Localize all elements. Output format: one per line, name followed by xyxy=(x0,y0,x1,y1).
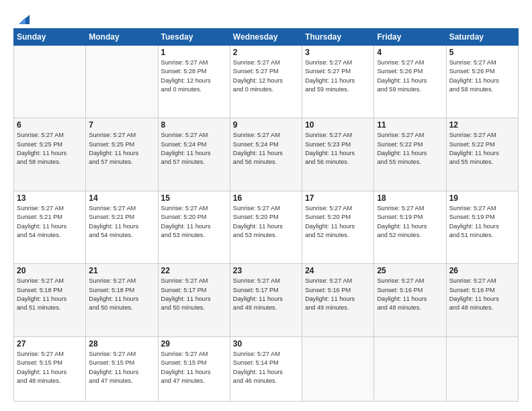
day-cell: 30Sunrise: 5:27 AM Sunset: 5:14 PM Dayli… xyxy=(230,336,302,401)
day-cell: 3Sunrise: 5:27 AM Sunset: 5:27 PM Daylig… xyxy=(302,46,374,118)
day-info: Sunrise: 5:27 AM Sunset: 5:17 PM Dayligh… xyxy=(161,277,227,312)
day-info: Sunrise: 5:27 AM Sunset: 5:24 PM Dayligh… xyxy=(161,131,227,167)
day-cell: 4Sunrise: 5:27 AM Sunset: 5:26 PM Daylig… xyxy=(374,46,446,118)
day-number: 25 xyxy=(377,266,443,275)
day-info: Sunrise: 5:27 AM Sunset: 5:20 PM Dayligh… xyxy=(161,204,227,240)
day-info: Sunrise: 5:27 AM Sunset: 5:17 PM Dayligh… xyxy=(233,277,299,312)
day-cell: 22Sunrise: 5:27 AM Sunset: 5:17 PM Dayli… xyxy=(158,264,230,336)
day-cell: 17Sunrise: 5:27 AM Sunset: 5:20 PM Dayli… xyxy=(302,191,374,263)
day-cell: 19Sunrise: 5:27 AM Sunset: 5:19 PM Dayli… xyxy=(446,191,518,263)
day-number: 12 xyxy=(449,120,515,130)
day-info: Sunrise: 5:27 AM Sunset: 5:19 PM Dayligh… xyxy=(449,204,515,240)
day-number: 9 xyxy=(233,120,299,130)
day-cell: 6Sunrise: 5:27 AM Sunset: 5:25 PM Daylig… xyxy=(14,118,86,191)
week-row-3: 13Sunrise: 5:27 AM Sunset: 5:21 PM Dayli… xyxy=(14,191,519,263)
col-header-monday: Monday xyxy=(86,29,158,46)
day-number: 24 xyxy=(305,266,371,275)
week-row-2: 6Sunrise: 5:27 AM Sunset: 5:25 PM Daylig… xyxy=(14,118,519,191)
day-cell: 8Sunrise: 5:27 AM Sunset: 5:24 PM Daylig… xyxy=(158,118,230,191)
day-info: Sunrise: 5:27 AM Sunset: 5:18 PM Dayligh… xyxy=(17,277,83,312)
col-header-friday: Friday xyxy=(374,29,446,46)
day-cell: 24Sunrise: 5:27 AM Sunset: 5:16 PM Dayli… xyxy=(302,264,374,336)
day-info: Sunrise: 5:27 AM Sunset: 5:22 PM Dayligh… xyxy=(449,131,515,167)
day-cell: 5Sunrise: 5:27 AM Sunset: 5:26 PM Daylig… xyxy=(446,46,518,118)
day-info: Sunrise: 5:27 AM Sunset: 5:15 PM Dayligh… xyxy=(89,350,154,385)
day-number: 13 xyxy=(17,193,83,203)
day-number: 7 xyxy=(89,120,154,130)
day-number: 20 xyxy=(17,266,83,275)
calendar-table: SundayMondayTuesdayWednesdayThursdayFrid… xyxy=(13,28,519,402)
header-row: SundayMondayTuesdayWednesdayThursdayFrid… xyxy=(14,29,519,46)
day-number: 21 xyxy=(89,266,154,275)
day-cell: 2Sunrise: 5:27 AM Sunset: 5:27 PM Daylig… xyxy=(230,46,302,118)
day-cell: 23Sunrise: 5:27 AM Sunset: 5:17 PM Dayli… xyxy=(230,264,302,336)
day-cell xyxy=(14,46,86,118)
day-number: 3 xyxy=(305,48,371,57)
day-info: Sunrise: 5:27 AM Sunset: 5:24 PM Dayligh… xyxy=(233,131,299,167)
day-number: 1 xyxy=(161,48,227,57)
day-info: Sunrise: 5:27 AM Sunset: 5:15 PM Dayligh… xyxy=(161,350,227,385)
day-number: 8 xyxy=(161,120,227,130)
day-info: Sunrise: 5:27 AM Sunset: 5:28 PM Dayligh… xyxy=(161,58,227,94)
day-cell: 20Sunrise: 5:27 AM Sunset: 5:18 PM Dayli… xyxy=(14,264,86,336)
day-info: Sunrise: 5:27 AM Sunset: 5:16 PM Dayligh… xyxy=(377,277,443,312)
day-cell: 7Sunrise: 5:27 AM Sunset: 5:25 PM Daylig… xyxy=(86,118,158,191)
day-number: 17 xyxy=(305,193,371,203)
day-info: Sunrise: 5:27 AM Sunset: 5:22 PM Dayligh… xyxy=(377,131,443,167)
day-info: Sunrise: 5:27 AM Sunset: 5:18 PM Dayligh… xyxy=(89,277,154,312)
page: SundayMondayTuesdayWednesdayThursdayFrid… xyxy=(0,0,532,411)
day-info: Sunrise: 5:27 AM Sunset: 5:21 PM Dayligh… xyxy=(17,204,83,240)
day-cell: 18Sunrise: 5:27 AM Sunset: 5:19 PM Dayli… xyxy=(374,191,446,263)
day-info: Sunrise: 5:27 AM Sunset: 5:16 PM Dayligh… xyxy=(449,277,515,312)
day-cell: 29Sunrise: 5:27 AM Sunset: 5:15 PM Dayli… xyxy=(158,336,230,401)
day-cell: 11Sunrise: 5:27 AM Sunset: 5:22 PM Dayli… xyxy=(374,118,446,191)
day-number: 4 xyxy=(377,48,443,57)
day-number: 23 xyxy=(233,266,299,275)
day-number: 2 xyxy=(233,48,299,57)
day-cell: 16Sunrise: 5:27 AM Sunset: 5:20 PM Dayli… xyxy=(230,191,302,263)
day-cell: 28Sunrise: 5:27 AM Sunset: 5:15 PM Dayli… xyxy=(86,336,158,401)
col-header-saturday: Saturday xyxy=(446,29,518,46)
day-cell: 13Sunrise: 5:27 AM Sunset: 5:21 PM Dayli… xyxy=(14,191,86,263)
day-cell: 9Sunrise: 5:27 AM Sunset: 5:24 PM Daylig… xyxy=(230,118,302,191)
col-header-sunday: Sunday xyxy=(14,29,86,46)
day-info: Sunrise: 5:27 AM Sunset: 5:26 PM Dayligh… xyxy=(449,58,515,94)
day-info: Sunrise: 5:27 AM Sunset: 5:20 PM Dayligh… xyxy=(305,204,371,240)
day-cell: 10Sunrise: 5:27 AM Sunset: 5:23 PM Dayli… xyxy=(302,118,374,191)
day-number: 26 xyxy=(449,266,515,275)
col-header-wednesday: Wednesday xyxy=(230,29,302,46)
day-info: Sunrise: 5:27 AM Sunset: 5:16 PM Dayligh… xyxy=(305,277,371,312)
day-number: 5 xyxy=(449,48,515,57)
day-info: Sunrise: 5:27 AM Sunset: 5:27 PM Dayligh… xyxy=(233,58,299,94)
day-cell xyxy=(374,336,446,401)
day-number: 29 xyxy=(161,339,227,349)
day-info: Sunrise: 5:27 AM Sunset: 5:21 PM Dayligh… xyxy=(89,204,154,240)
day-number: 30 xyxy=(233,339,299,349)
day-cell: 14Sunrise: 5:27 AM Sunset: 5:21 PM Dayli… xyxy=(86,191,158,263)
day-cell xyxy=(302,336,374,401)
col-header-tuesday: Tuesday xyxy=(158,29,230,46)
logo xyxy=(13,12,30,21)
day-number: 22 xyxy=(161,266,227,275)
day-info: Sunrise: 5:27 AM Sunset: 5:19 PM Dayligh… xyxy=(377,204,443,240)
day-number: 16 xyxy=(233,193,299,203)
day-number: 19 xyxy=(449,193,515,203)
day-number: 10 xyxy=(305,120,371,130)
day-cell: 25Sunrise: 5:27 AM Sunset: 5:16 PM Dayli… xyxy=(374,264,446,336)
day-number: 15 xyxy=(161,193,227,203)
day-info: Sunrise: 5:27 AM Sunset: 5:23 PM Dayligh… xyxy=(305,131,371,167)
day-number: 18 xyxy=(377,193,443,203)
day-number: 28 xyxy=(89,339,154,349)
day-cell: 1Sunrise: 5:27 AM Sunset: 5:28 PM Daylig… xyxy=(158,46,230,118)
day-cell: 12Sunrise: 5:27 AM Sunset: 5:22 PM Dayli… xyxy=(446,118,518,191)
week-row-1: 1Sunrise: 5:27 AM Sunset: 5:28 PM Daylig… xyxy=(14,46,519,118)
header xyxy=(13,12,519,21)
day-info: Sunrise: 5:27 AM Sunset: 5:25 PM Dayligh… xyxy=(17,131,83,167)
col-header-thursday: Thursday xyxy=(302,29,374,46)
day-cell xyxy=(86,46,158,118)
day-number: 6 xyxy=(17,120,83,130)
day-cell: 15Sunrise: 5:27 AM Sunset: 5:20 PM Dayli… xyxy=(158,191,230,263)
day-number: 27 xyxy=(17,339,83,349)
day-info: Sunrise: 5:27 AM Sunset: 5:20 PM Dayligh… xyxy=(233,204,299,240)
day-number: 14 xyxy=(89,193,154,203)
